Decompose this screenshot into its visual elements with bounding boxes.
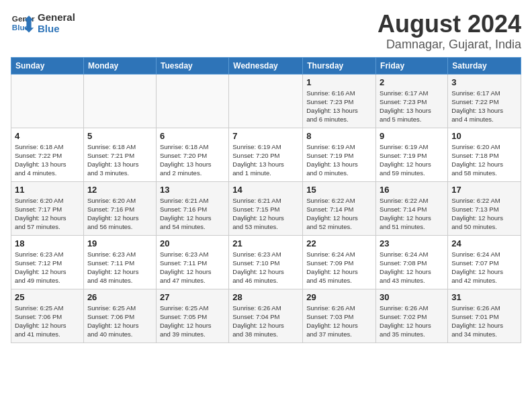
page-header: General Blue General Blue August 2024 Da… — [11, 11, 521, 52]
calendar-cell: 25Sunrise: 6:25 AMSunset: 7:06 PMDayligh… — [11, 289, 84, 342]
day-number: 15 — [306, 185, 372, 195]
calendar-cell: 10Sunrise: 6:20 AMSunset: 7:18 PMDayligh… — [448, 128, 521, 181]
calendar-cell — [83, 74, 156, 128]
calendar-cell: 6Sunrise: 6:18 AMSunset: 7:20 PMDaylight… — [156, 128, 228, 181]
calendar-week-row: 11Sunrise: 6:20 AMSunset: 7:17 PMDayligh… — [11, 181, 521, 235]
calendar-cell — [229, 74, 303, 128]
weekday-header-row: SundayMondayTuesdayWednesdayThursdayFrid… — [11, 57, 521, 74]
day-number: 17 — [451, 185, 517, 195]
calendar-cell: 11Sunrise: 6:20 AMSunset: 7:17 PMDayligh… — [11, 181, 84, 235]
calendar-cell: 15Sunrise: 6:22 AMSunset: 7:14 PMDayligh… — [303, 181, 376, 235]
location: Damnagar, Gujarat, India — [378, 38, 521, 52]
calendar-week-row: 4Sunrise: 6:18 AMSunset: 7:22 PMDaylight… — [11, 128, 521, 181]
day-info: Sunrise: 6:20 AMSunset: 7:16 PMDaylight:… — [87, 196, 152, 232]
day-info: Sunrise: 6:19 AMSunset: 7:19 PMDaylight:… — [380, 142, 444, 178]
day-info: Sunrise: 6:24 AMSunset: 7:08 PMDaylight:… — [380, 250, 444, 285]
day-info: Sunrise: 6:19 AMSunset: 7:19 PMDaylight:… — [306, 142, 372, 178]
day-number: 12 — [87, 185, 152, 195]
calendar-week-row: 1Sunrise: 6:16 AMSunset: 7:23 PMDaylight… — [11, 74, 521, 128]
day-number: 8 — [306, 131, 372, 141]
day-info: Sunrise: 6:22 AMSunset: 7:14 PMDaylight:… — [306, 196, 372, 232]
day-info: Sunrise: 6:23 AMSunset: 7:11 PMDaylight:… — [160, 250, 225, 285]
day-info: Sunrise: 6:26 AMSunset: 7:01 PMDaylight:… — [451, 304, 517, 339]
day-info: Sunrise: 6:18 AMSunset: 7:21 PMDaylight:… — [87, 142, 152, 178]
calendar-cell: 4Sunrise: 6:18 AMSunset: 7:22 PMDaylight… — [11, 128, 84, 181]
weekday-header-thursday: Thursday — [303, 57, 376, 74]
day-number: 6 — [160, 131, 225, 141]
day-number: 13 — [160, 185, 225, 195]
day-info: Sunrise: 6:21 AMSunset: 7:16 PMDaylight:… — [160, 196, 225, 232]
day-info: Sunrise: 6:18 AMSunset: 7:20 PMDaylight:… — [160, 142, 225, 178]
calendar-cell — [11, 74, 84, 128]
day-info: Sunrise: 6:25 AMSunset: 7:06 PMDaylight:… — [15, 304, 80, 339]
calendar-cell: 19Sunrise: 6:23 AMSunset: 7:11 PMDayligh… — [83, 235, 156, 289]
calendar-cell: 31Sunrise: 6:26 AMSunset: 7:01 PMDayligh… — [448, 289, 521, 342]
calendar-cell: 28Sunrise: 6:26 AMSunset: 7:04 PMDayligh… — [229, 289, 303, 342]
day-info: Sunrise: 6:22 AMSunset: 7:14 PMDaylight:… — [380, 196, 444, 232]
day-number: 22 — [306, 238, 372, 248]
calendar-cell: 20Sunrise: 6:23 AMSunset: 7:11 PMDayligh… — [156, 235, 228, 289]
calendar-cell: 18Sunrise: 6:23 AMSunset: 7:12 PMDayligh… — [11, 235, 84, 289]
day-number: 29 — [306, 292, 372, 302]
day-info: Sunrise: 6:23 AMSunset: 7:12 PMDaylight:… — [15, 250, 80, 285]
day-info: Sunrise: 6:26 AMSunset: 7:04 PMDaylight:… — [232, 304, 299, 339]
day-number: 25 — [15, 292, 80, 302]
calendar-week-row: 25Sunrise: 6:25 AMSunset: 7:06 PMDayligh… — [11, 289, 521, 342]
day-number: 18 — [15, 238, 80, 248]
day-info: Sunrise: 6:22 AMSunset: 7:13 PMDaylight:… — [451, 196, 517, 232]
logo-general: General — [38, 11, 75, 23]
day-number: 24 — [451, 238, 517, 248]
day-number: 11 — [15, 185, 80, 195]
calendar-cell: 12Sunrise: 6:20 AMSunset: 7:16 PMDayligh… — [83, 181, 156, 235]
logo-icon: General Blue — [11, 11, 35, 35]
weekday-header-wednesday: Wednesday — [229, 57, 303, 74]
day-number: 10 — [451, 131, 517, 141]
day-info: Sunrise: 6:17 AMSunset: 7:22 PMDaylight:… — [451, 89, 517, 124]
calendar-cell: 27Sunrise: 6:25 AMSunset: 7:05 PMDayligh… — [156, 289, 228, 342]
day-number: 1 — [306, 77, 372, 87]
calendar-cell: 21Sunrise: 6:23 AMSunset: 7:10 PMDayligh… — [229, 235, 303, 289]
logo-blue: Blue — [38, 23, 75, 34]
day-number: 4 — [15, 131, 80, 141]
day-number: 31 — [451, 292, 517, 302]
day-info: Sunrise: 6:18 AMSunset: 7:22 PMDaylight:… — [15, 142, 80, 178]
day-info: Sunrise: 6:25 AMSunset: 7:05 PMDaylight:… — [160, 304, 225, 339]
calendar-cell: 13Sunrise: 6:21 AMSunset: 7:16 PMDayligh… — [156, 181, 228, 235]
day-number: 16 — [380, 185, 444, 195]
day-info: Sunrise: 6:23 AMSunset: 7:11 PMDaylight:… — [87, 250, 152, 285]
day-info: Sunrise: 6:24 AMSunset: 7:07 PMDaylight:… — [451, 250, 517, 285]
calendar-cell: 30Sunrise: 6:26 AMSunset: 7:02 PMDayligh… — [376, 289, 448, 342]
day-info: Sunrise: 6:24 AMSunset: 7:09 PMDaylight:… — [306, 250, 372, 285]
month-year: August 2024 — [378, 11, 521, 38]
day-info: Sunrise: 6:26 AMSunset: 7:02 PMDaylight:… — [380, 304, 444, 339]
day-number: 7 — [232, 131, 299, 141]
calendar-cell: 5Sunrise: 6:18 AMSunset: 7:21 PMDaylight… — [83, 128, 156, 181]
calendar-cell: 2Sunrise: 6:17 AMSunset: 7:23 PMDaylight… — [376, 74, 448, 128]
calendar-cell: 16Sunrise: 6:22 AMSunset: 7:14 PMDayligh… — [376, 181, 448, 235]
title-block: August 2024 Damnagar, Gujarat, India — [378, 11, 521, 52]
calendar-cell: 1Sunrise: 6:16 AMSunset: 7:23 PMDaylight… — [303, 74, 376, 128]
calendar-cell: 17Sunrise: 6:22 AMSunset: 7:13 PMDayligh… — [448, 181, 521, 235]
day-number: 21 — [232, 238, 299, 248]
day-number: 27 — [160, 292, 225, 302]
day-number: 23 — [380, 238, 444, 248]
calendar-cell: 23Sunrise: 6:24 AMSunset: 7:08 PMDayligh… — [376, 235, 448, 289]
day-number: 3 — [451, 77, 517, 87]
weekday-header-monday: Monday — [83, 57, 156, 74]
calendar-cell — [156, 74, 228, 128]
calendar-cell: 24Sunrise: 6:24 AMSunset: 7:07 PMDayligh… — [448, 235, 521, 289]
calendar-cell: 9Sunrise: 6:19 AMSunset: 7:19 PMDaylight… — [376, 128, 448, 181]
day-info: Sunrise: 6:23 AMSunset: 7:10 PMDaylight:… — [232, 250, 299, 285]
weekday-header-tuesday: Tuesday — [156, 57, 228, 74]
calendar-cell: 29Sunrise: 6:26 AMSunset: 7:03 PMDayligh… — [303, 289, 376, 342]
day-number: 5 — [87, 131, 152, 141]
calendar-cell: 26Sunrise: 6:25 AMSunset: 7:06 PMDayligh… — [83, 289, 156, 342]
day-number: 9 — [380, 131, 444, 141]
calendar-table: SundayMondayTuesdayWednesdayThursdayFrid… — [11, 57, 521, 343]
day-number: 14 — [232, 185, 299, 195]
day-info: Sunrise: 6:21 AMSunset: 7:15 PMDaylight:… — [232, 196, 299, 232]
day-number: 26 — [87, 292, 152, 302]
calendar-cell: 7Sunrise: 6:19 AMSunset: 7:20 PMDaylight… — [229, 128, 303, 181]
day-number: 19 — [87, 238, 152, 248]
day-number: 20 — [160, 238, 225, 248]
